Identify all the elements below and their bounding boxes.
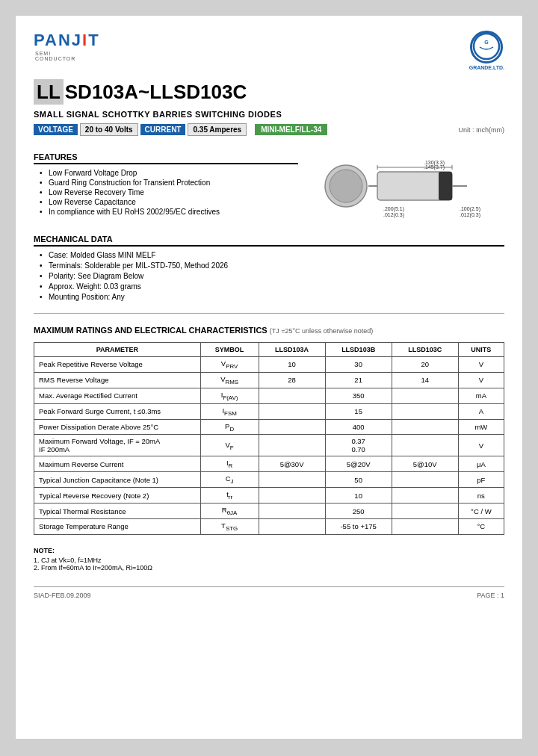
svg-text:G: G (485, 40, 489, 45)
table-cell-units: °C (458, 519, 504, 535)
table-cell-value (392, 488, 458, 504)
feature-item: In compliance with EU RoHS 2002/95/EC di… (40, 208, 298, 216)
table-cell-value (259, 435, 325, 456)
max-ratings-header: MAXIMUM RATINGS AND ELECTRICAL CHARACTER… (34, 326, 504, 335)
feature-item: Low Forward Voltage Drop (40, 169, 298, 177)
table-cell-parameter: Typical Junction Capacitance (Note 1) (34, 472, 201, 488)
table-cell-value: 14 (392, 372, 458, 388)
feature-item: Low Reverse Recovery Time (40, 188, 298, 196)
table-cell-parameter: Maximum Reverse Current (34, 456, 201, 472)
page-number: PAGE : 1 (477, 592, 504, 599)
grande-circle: G (470, 31, 503, 63)
svg-rect-5 (439, 172, 452, 200)
table-cell-value: 5@20V (325, 456, 392, 472)
grande-logo-container: G GRANDE.LTD. (469, 31, 504, 70)
table-cell-value (392, 419, 458, 435)
grande-ltd-text: GRANDE.LTD. (469, 65, 504, 70)
table-cell-value (259, 419, 325, 435)
table-cell-units: μA (458, 456, 504, 472)
note-item-1: 1. CJ at Vk=0, f=1MHz (34, 557, 504, 564)
table-cell-parameter: Storage Temperature Range (34, 519, 201, 535)
section-divider (34, 313, 504, 314)
table-cell-value: 30 (325, 357, 392, 373)
table-cell-units: mW (458, 419, 504, 435)
table-cell-parameter: Max. Average Rectified Current (34, 388, 201, 403)
table-cell-value: 250 (325, 504, 392, 519)
table-cell-units: pF (458, 472, 504, 488)
table-cell-value: 15 (325, 403, 392, 419)
voltage-badge-label: VOLTAGE (34, 124, 78, 135)
unit-text: Unit : Inch(mm) (458, 126, 504, 134)
table-cell-units: V (458, 372, 504, 388)
feature-item: Guard Ring Construction for Transient Pr… (40, 179, 298, 187)
table-cell-value: 400 (325, 419, 392, 435)
table-cell-value (259, 488, 325, 504)
table-cell-symbol: PD (200, 419, 259, 435)
table-cell-value (392, 504, 458, 519)
table-cell-value: 0.370.70 (325, 435, 392, 456)
component-diagram-svg: .200(5.1) .012(0.3) .145(3.7) .130(3.3) … (318, 145, 497, 227)
note-item-2: 2. From If=60mA to Ir=200mA, Ri=100Ω (34, 564, 504, 571)
table-cell-units: mA (458, 388, 504, 403)
table-cell-value (259, 472, 325, 488)
svg-text:.200(5.1): .200(5.1) (383, 206, 404, 212)
component-diagram-area: .200(5.1) .012(0.3) .145(3.7) .130(3.3) … (310, 145, 504, 227)
table-cell-value: -55 to +175 (325, 519, 392, 535)
specs-table: PARAMETER SYMBOL LLSD103A LLSD103B LLSD1… (34, 342, 504, 535)
mech-item: Approx. Weight: 0.03 grams (40, 282, 504, 291)
table-cell-symbol: IF(AV) (200, 388, 259, 403)
mechanical-list: Case: Molded Glass MINI MELF Terminals: … (34, 251, 504, 301)
table-cell-parameter: Typical Reverse Recovery (Note 2) (34, 488, 201, 504)
svg-text:.130(3.3): .130(3.3) (424, 160, 445, 166)
notes-title: NOTE: (34, 547, 504, 554)
svg-point-3 (330, 170, 362, 202)
col-header-symbol: SYMBOL (200, 343, 259, 357)
table-cell-symbol: VF (200, 435, 259, 456)
svg-point-0 (474, 34, 499, 59)
table-cell-value (259, 403, 325, 419)
voltage-badge-value: 20 to 40 Volts (80, 123, 138, 136)
table-cell-value: 20 (392, 357, 458, 373)
table-cell-parameter: Peak Repetitive Reverse Voltage (34, 357, 201, 373)
doc-number: SIAD-FEB.09.2009 (34, 592, 91, 599)
table-cell-units: V (458, 435, 504, 456)
header-logos: PANJIT SEMICONDUCTOR G GRANDE.LTD. (34, 31, 504, 70)
mech-item: Mounting Position: Any (40, 293, 504, 301)
table-cell-symbol: IR (200, 456, 259, 472)
table-cell-symbol: VPRV (200, 357, 259, 373)
table-cell-value: 50 (325, 472, 392, 488)
table-cell-value: 5@30V (259, 456, 325, 472)
max-ratings-title: MAXIMUM RATINGS AND ELECTRICAL CHARACTER… (34, 326, 268, 335)
table-cell-parameter: Typical Thermal Resistance (34, 504, 201, 519)
panjit-logo: PANJIT SEMICONDUCTOR (34, 31, 100, 61)
table-cell-value (392, 472, 458, 488)
table-cell-value: 10 (259, 357, 325, 373)
part-number-main: SD103A~LLSD103C (65, 81, 247, 103)
col-header-parameter: PARAMETER (34, 343, 201, 357)
part-number: LLSD103A~LLSD103C (34, 81, 504, 104)
page: PANJIT SEMICONDUCTOR G GRANDE.LTD. LLSD1… (15, 15, 523, 740)
table-cell-value (259, 388, 325, 403)
table-cell-symbol: CJ (200, 472, 259, 488)
table-cell-units: V (458, 357, 504, 373)
table-cell-parameter: Power Dissipation Derate Above 25°C (34, 419, 201, 435)
footer-bar: SIAD-FEB.09.2009 PAGE : 1 (34, 586, 504, 599)
table-cell-symbol: RθJA (200, 504, 259, 519)
col-header-llsd103b: LLSD103B (325, 343, 392, 357)
table-cell-value (392, 519, 458, 535)
mechanical-title: MECHANICAL DATA (34, 235, 504, 247)
col-header-units: UNITS (458, 343, 504, 357)
table-cell-value (259, 519, 325, 535)
package-badge: MINI-MELF/LL-34 (255, 124, 327, 135)
table-cell-parameter: Maximum Forward Voltage, IF = 20mAIF 200… (34, 435, 201, 456)
max-ratings-subtitle: (TJ =25°C unless otherwise noted) (270, 327, 373, 335)
table-cell-symbol: IFSM (200, 403, 259, 419)
table-cell-units: A (458, 403, 504, 419)
svg-text:.100(2.5): .100(2.5) (460, 206, 480, 212)
mech-item: Terminals: Solderable per MIL-STD-750, M… (40, 261, 504, 270)
features-section: FEATURES Low Forward Voltage Drop Guard … (34, 145, 504, 227)
mech-item: Polarity: See Diagram Below (40, 272, 504, 280)
table-cell-value: 350 (325, 388, 392, 403)
grande-inner-logo: G (472, 32, 501, 63)
table-cell-value (392, 388, 458, 403)
